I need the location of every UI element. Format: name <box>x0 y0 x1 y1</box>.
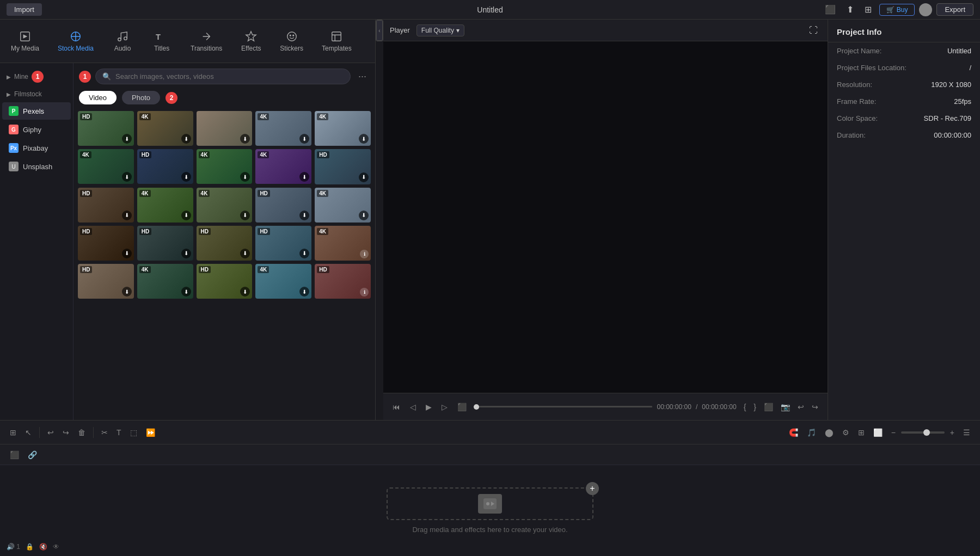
tab-my-media[interactable]: My Media <box>2 26 48 57</box>
frame-button[interactable]: ⬜ <box>870 426 886 439</box>
sidebar-section-filmstock[interactable]: ▶ Filmstock <box>0 87 73 101</box>
filter-photo-button[interactable]: Photo <box>122 91 160 104</box>
media-thumb[interactable]: HD ⬇ <box>78 226 134 261</box>
media-thumb[interactable]: 4K ⬇ <box>197 188 253 223</box>
tab-audio[interactable]: Audio <box>103 26 142 57</box>
download-icon[interactable]: ⬇ <box>240 172 250 182</box>
grid-icon[interactable]: ⊞ <box>861 3 875 16</box>
delete-button[interactable]: 🗑 <box>75 426 89 439</box>
download-icon[interactable]: ⬇ <box>181 172 191 182</box>
snapshot-button[interactable]: 📷 <box>778 401 793 412</box>
tab-stickers[interactable]: Stickers <box>271 26 312 57</box>
media-thumb[interactable]: HD ⬇ <box>78 264 134 299</box>
download-icon[interactable]: ⬇ <box>122 287 132 296</box>
insert-button[interactable]: ⬛ <box>761 401 776 412</box>
media-thumb[interactable]: HD ⬇ <box>255 188 311 223</box>
tab-titles[interactable]: T Titles <box>143 26 181 57</box>
add-media-icon[interactable]: + <box>586 482 599 495</box>
tab-effects[interactable]: Effects <box>232 26 270 57</box>
zoom-slider[interactable] <box>901 431 945 434</box>
download-icon[interactable]: ⬇ <box>181 287 191 296</box>
info-icon[interactable]: ℹ <box>360 288 369 296</box>
download-icon[interactable]: ⬇ <box>240 134 250 144</box>
download-icon[interactable]: ⬇ <box>240 211 250 220</box>
download-icon[interactable]: ⬇ <box>181 249 191 258</box>
download-icon[interactable]: ⬇ <box>299 287 309 296</box>
fullscreen-icon[interactable]: ⛶ <box>806 24 821 36</box>
collapse-panel-button[interactable]: ‹ <box>376 20 383 41</box>
timeline-audio-toggle[interactable]: 🔊 1 <box>7 543 20 551</box>
media-thumb[interactable]: 4K ⬇ <box>137 188 193 223</box>
download-icon[interactable]: ⬇ <box>359 134 369 144</box>
timeline-mute-button[interactable]: 🔇 <box>39 543 47 551</box>
download-icon[interactable]: ⬇ <box>240 249 250 258</box>
download-icon[interactable]: ⬇ <box>122 211 132 220</box>
redo-player-button[interactable]: ↪ <box>809 401 821 412</box>
buy-button[interactable]: 🛒 Buy <box>879 4 915 16</box>
filter-video-button[interactable]: Video <box>79 91 117 104</box>
sidebar-item-unsplash[interactable]: U Unsplash <box>2 158 71 175</box>
download-icon[interactable]: ⬇ <box>299 211 309 220</box>
media-thumb[interactable]: HD ⬇ <box>137 226 193 261</box>
tab-stock-media[interactable]: Stock Media <box>49 26 102 57</box>
avatar[interactable] <box>919 3 932 16</box>
import-button[interactable]: Import <box>7 3 42 16</box>
download-icon[interactable]: ⬇ <box>181 134 191 144</box>
speed-button[interactable]: ⏩ <box>143 426 158 439</box>
next-frame-button[interactable]: ▷ <box>439 401 450 412</box>
view-toggle-button[interactable]: ☰ <box>960 426 973 439</box>
play-button[interactable]: ▶ <box>423 401 434 412</box>
timeline-track[interactable]: + <box>387 487 593 520</box>
media-thumb[interactable]: HD ⬇ <box>255 226 311 261</box>
record-button[interactable]: ⬤ <box>822 426 837 439</box>
media-thumb[interactable]: 4K ⬇ <box>255 149 311 184</box>
media-thumb[interactable]: HD ⬇ <box>315 149 371 184</box>
share-icon[interactable]: ⬆ <box>843 3 857 16</box>
crop-button[interactable]: ⬚ <box>127 426 140 439</box>
sidebar-item-pixabay[interactable]: Px Pixabay <box>2 139 71 157</box>
download-icon[interactable]: ⬇ <box>181 211 191 220</box>
tab-transitions[interactable]: Transitions <box>182 26 231 57</box>
timeline-area[interactable]: + Drag media and effects here to create … <box>0 465 980 556</box>
media-thumb[interactable]: HD ℹ <box>315 264 371 299</box>
download-icon[interactable]: ⬇ <box>122 134 132 144</box>
timeline-eye-button[interactable]: 👁 <box>53 543 59 551</box>
media-thumb[interactable]: 4K ⬇ <box>315 188 371 223</box>
download-icon[interactable]: ⬇ <box>299 134 309 144</box>
cut-button[interactable]: ✂ <box>98 426 111 439</box>
link-button[interactable]: 🔗 <box>24 448 40 461</box>
tab-templates[interactable]: Templates <box>313 26 360 57</box>
media-thumb[interactable]: 4K ⬇ <box>137 111 193 146</box>
download-icon[interactable]: ⬇ <box>359 172 369 182</box>
sidebar-section-mine[interactable]: ▶ Mine 1 <box>0 67 73 86</box>
undo-player-button[interactable]: ↩ <box>795 401 807 412</box>
prev-frame-button[interactable]: ◁ <box>407 401 419 412</box>
redo-button[interactable]: ↪ <box>59 426 72 439</box>
export-button[interactable]: Export <box>936 3 973 16</box>
media-thumb[interactable]: HD ⬇ <box>78 188 134 223</box>
info-icon[interactable]: ℹ <box>360 250 369 258</box>
media-thumb[interactable]: 4K ℹ <box>315 226 371 261</box>
zoom-out-button[interactable]: − <box>888 426 899 439</box>
media-thumb[interactable]: ⬇ <box>197 111 253 146</box>
download-icon[interactable]: ⬇ <box>122 249 132 258</box>
undo-button[interactable]: ↩ <box>44 426 57 439</box>
player-timeline[interactable] <box>474 406 652 407</box>
sidebar-item-giphy[interactable]: G Giphy <box>2 121 71 138</box>
select-tool-button[interactable]: ↖ <box>22 426 35 439</box>
search-bar[interactable]: 🔍 <box>95 69 351 84</box>
download-icon[interactable]: ⬇ <box>359 211 369 220</box>
media-thumb[interactable]: HD ⬇ <box>197 264 253 299</box>
snap-button[interactable]: 🧲 <box>786 426 801 439</box>
media-thumb[interactable]: 4K ⬇ <box>137 264 193 299</box>
media-thumb[interactable]: 4K ⬇ <box>315 111 371 146</box>
media-thumb[interactable]: 4K ⬇ <box>255 111 311 146</box>
layer-button[interactable]: ⬛ <box>7 448 22 461</box>
grid-layout-button[interactable]: ⊞ <box>855 426 868 439</box>
download-icon[interactable]: ⬇ <box>240 287 250 296</box>
clip-end-button[interactable]: } <box>751 401 759 412</box>
media-thumb[interactable]: HD ⬇ <box>197 226 253 261</box>
monitor-icon[interactable]: ⬛ <box>822 3 839 16</box>
media-thumb[interactable]: HD ⬇ <box>78 111 134 146</box>
media-thumb[interactable]: 4K ⬇ <box>255 264 311 299</box>
